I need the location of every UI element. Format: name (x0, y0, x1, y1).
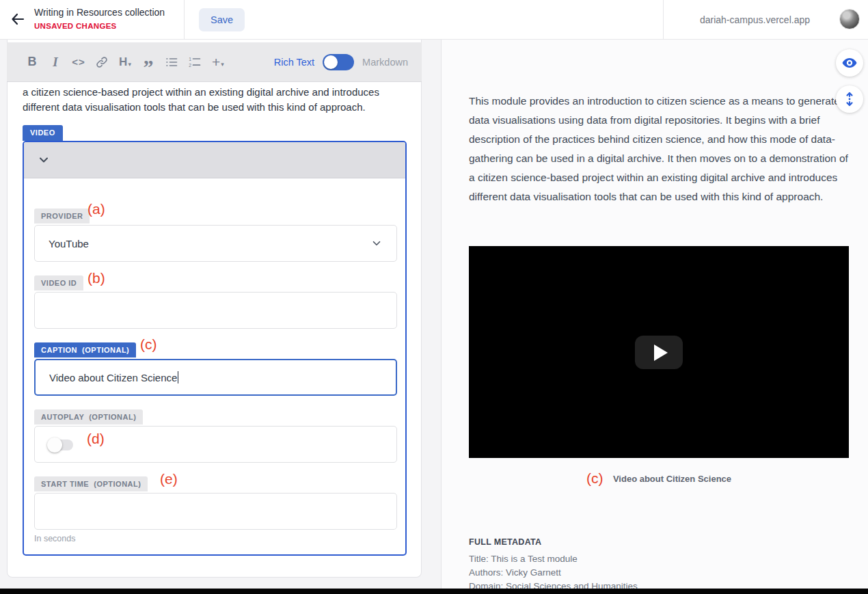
preview-paragraph: This module provides an introduction to … (469, 92, 850, 206)
svg-text:2: 2 (189, 62, 191, 67)
save-button[interactable]: Save (199, 8, 245, 31)
provider-value: YouTube (49, 238, 89, 249)
chevron-down-icon (370, 237, 383, 249)
toggle-preview-button[interactable] (836, 49, 863, 77)
code-button[interactable]: <> (67, 51, 90, 74)
unsaved-changes-status: UNSAVED CHANGES (34, 22, 165, 30)
title-block: Writing in Resources collection UNSAVED … (34, 7, 165, 30)
chevron-down-icon: ▾ (128, 61, 131, 68)
play-icon (654, 345, 668, 361)
play-button[interactable] (635, 336, 683, 369)
numbered-list-icon: 1 2 (188, 55, 202, 69)
annotation-d: (d) (87, 431, 105, 447)
metadata-authors: Authors: Vicky Garnett (469, 566, 849, 580)
scroll-sync-icon (841, 91, 858, 107)
video-caption: (c) Video about Citizen Science (469, 470, 849, 487)
scroll-sync-button[interactable] (836, 85, 863, 113)
caption-input[interactable]: Video about Citizen Science (34, 359, 397, 396)
caption-text: Video about Citizen Science (613, 474, 731, 484)
chevron-down-icon (37, 153, 51, 167)
provider-label: PROVIDER (34, 208, 90, 224)
mode-markdown-label[interactable]: Markdown (362, 57, 408, 68)
video-player[interactable] (469, 246, 849, 458)
mode-rich-text-label[interactable]: Rich Text (274, 57, 314, 68)
add-component-button[interactable]: +▾ (206, 51, 230, 74)
video-id-label: VIDEO ID (34, 275, 83, 291)
link-button[interactable] (90, 51, 113, 74)
mode-toggle[interactable] (323, 54, 354, 70)
link-icon (95, 55, 109, 69)
autoplay-label: AUTOPLAY (OPTIONAL) (34, 409, 143, 424)
annotation-b: (b) (87, 270, 105, 286)
toggle-knob (47, 437, 62, 453)
caption-label: CAPTION (OPTIONAL) (34, 342, 136, 357)
divider (184, 0, 185, 40)
video-widget-tag: VIDEO (23, 125, 63, 141)
heading-button[interactable]: H▾ (113, 51, 137, 74)
start-time-input[interactable] (34, 493, 397, 530)
avatar[interactable] (839, 9, 860, 29)
svg-text:1: 1 (189, 56, 191, 61)
widget-collapse-header[interactable] (24, 142, 405, 178)
bottom-bar (0, 589, 868, 594)
numbered-list-button[interactable]: 1 2 (183, 51, 206, 74)
annotation-c: (c) (140, 336, 157, 353)
annotation-a: (a) (87, 201, 105, 217)
bulleted-list-icon (165, 55, 178, 69)
eye-icon (841, 55, 858, 71)
annotation-e: (e) (160, 471, 178, 487)
metadata-lines: Title: This is a Test module Authors: Vi… (469, 552, 849, 593)
page-title: Writing in Resources collection (34, 7, 165, 18)
caption-annotation-c: (c) (586, 470, 603, 486)
metadata-title: Title: This is a Test module (469, 552, 849, 566)
toggle-knob (324, 55, 338, 69)
start-time-hint: In seconds (34, 534, 75, 543)
caption-value: Video about Citizen Science (49, 372, 177, 383)
full-metadata-heading: FULL METADATA (469, 537, 541, 547)
video-id-input[interactable] (34, 292, 397, 329)
rich-text-toolbar: B I <> H▾ ” 1 2 +▾ Rich Text Markdown (7, 42, 422, 82)
bold-button[interactable]: B (21, 51, 44, 74)
top-bar: Writing in Resources collection UNSAVED … (0, 0, 868, 40)
autoplay-toggle[interactable] (49, 440, 73, 450)
editor-paragraph[interactable]: a citizen science-based project within a… (23, 85, 405, 115)
chevron-down-icon: ▾ (221, 61, 224, 68)
start-time-label: START TIME (OPTIONAL) (34, 476, 148, 491)
bulleted-list-button[interactable] (160, 51, 183, 74)
arrow-left-icon (10, 11, 26, 27)
divider (663, 0, 664, 40)
italic-button[interactable]: I (44, 51, 67, 74)
text-cursor (178, 371, 178, 383)
video-widget: PROVIDER YouTube VIDEO ID CAPTION (OPTIO… (23, 141, 407, 556)
site-name: dariah-campus.vercel.app (700, 14, 810, 25)
editor-mode-switch: Rich Text Markdown (274, 54, 408, 70)
back-button[interactable] (10, 11, 29, 30)
quote-button[interactable]: ” (137, 51, 160, 74)
provider-select[interactable]: YouTube (34, 225, 397, 262)
